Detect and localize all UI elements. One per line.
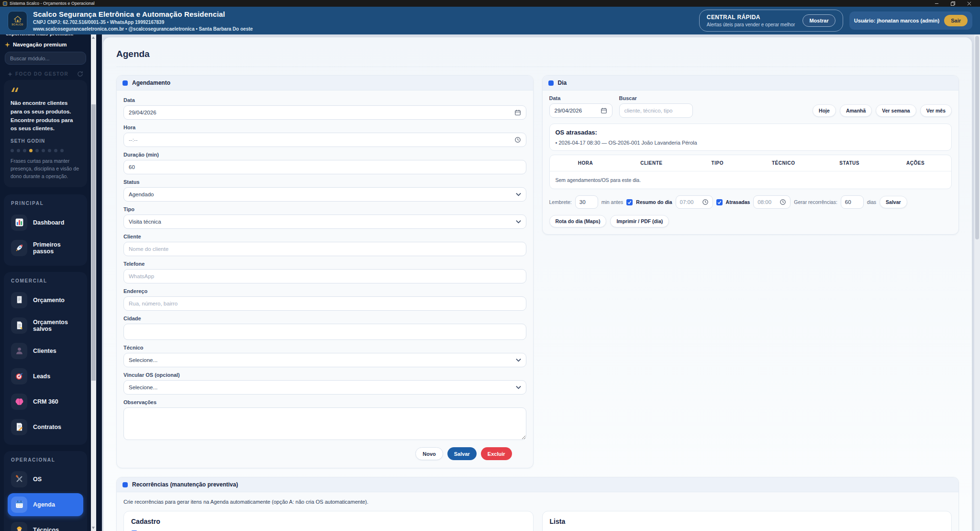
novo-button[interactable]: Novo <box>415 447 443 460</box>
calendar-small-icon[interactable] <box>601 107 607 114</box>
lembrete-minutes-suffix: min antes <box>601 199 624 205</box>
endereco-input[interactable] <box>129 301 521 306</box>
carousel-dot[interactable] <box>54 149 57 152</box>
rota-do-dia-button[interactable]: Rota do dia (Maps) <box>549 215 607 227</box>
sidebar-scrollbar-thumb[interactable] <box>91 104 96 381</box>
cadastro-card: Cadastro Ativa <box>123 511 534 531</box>
cidade-input[interactable] <box>129 329 521 335</box>
sidebar-item-tecnicos[interactable]: Técnicos <box>8 519 83 531</box>
resumo-do-dia-checkbox[interactable] <box>626 199 633 205</box>
imprimir-pdf-button[interactable]: Imprimir / PDF (dia) <box>610 215 669 227</box>
hora-field[interactable] <box>123 133 526 147</box>
sidebar-item-orcamentos-salvos[interactable]: Orçamentos salvos <box>8 314 83 337</box>
column-header-cliente: CLIENTE <box>618 160 684 166</box>
gerar-recorrencias-field[interactable] <box>841 195 864 209</box>
duracao-input[interactable] <box>129 164 521 170</box>
clock-icon[interactable] <box>780 199 786 205</box>
dia-buscar-field[interactable] <box>619 103 693 118</box>
main-area: Agenda Agendamento Data <box>96 34 974 531</box>
tipo-select[interactable]: Visita técnica <box>123 215 526 229</box>
observacoes-textarea[interactable] <box>123 407 526 440</box>
amanha-button[interactable]: Amanhã <box>840 104 872 117</box>
resumo-time-input[interactable] <box>680 199 700 205</box>
gerar-recorrencias-input[interactable] <box>845 199 859 205</box>
cidade-field[interactable] <box>123 324 526 340</box>
atrasadas-time-input[interactable] <box>757 199 777 205</box>
sidebar-item-dashboard[interactable]: Dashboard <box>8 211 83 234</box>
tecnico-select[interactable]: Selecione... <box>123 353 526 367</box>
lembrete-minutes-field[interactable] <box>575 195 598 209</box>
hora-input[interactable] <box>129 137 511 143</box>
carousel-dot-active[interactable] <box>29 149 33 152</box>
vincular-os-select[interactable]: Selecione... <box>123 380 526 395</box>
carousel-dot[interactable] <box>11 149 14 152</box>
dia-buscar-col: Buscar <box>619 90 693 118</box>
refresh-icon[interactable] <box>77 71 83 77</box>
hoje-button[interactable]: Hoje <box>813 104 836 117</box>
atrasadas-time-field[interactable] <box>753 195 791 209</box>
main-scrollbar[interactable] <box>974 34 980 531</box>
restore-button[interactable] <box>945 0 961 7</box>
sidebar-item-label: Agenda <box>33 501 55 508</box>
sidebar-item-agenda-active[interactable]: Agenda <box>8 493 83 516</box>
ver-semana-button[interactable]: Ver semana <box>876 104 916 117</box>
carousel-dot[interactable] <box>60 149 64 152</box>
company-logo: SCALCO <box>8 11 27 31</box>
logout-button[interactable]: Sair <box>944 15 968 26</box>
tipo-select-value: Visita técnica <box>129 219 161 225</box>
data-field[interactable] <box>123 105 526 120</box>
scrollbar-up-arrow[interactable] <box>92 36 95 39</box>
cliente-field[interactable] <box>123 242 526 256</box>
dia-data-input[interactable] <box>555 108 597 113</box>
telefone-input[interactable] <box>129 273 521 279</box>
close-button[interactable] <box>961 0 977 7</box>
data-input[interactable] <box>129 110 511 115</box>
dia-data-field[interactable] <box>549 103 612 118</box>
lembrete-minutes-input[interactable] <box>579 199 594 205</box>
section-label: OPERACIONAL <box>11 457 83 463</box>
lembrete-salvar-button[interactable]: Salvar <box>880 196 907 208</box>
sidebar-item-orcamento[interactable]: Orçamento <box>8 289 83 312</box>
resumo-time-field[interactable] <box>676 195 713 209</box>
excluir-button[interactable]: Excluir <box>481 447 512 460</box>
sidebar-item-primeiros-passos[interactable]: Primeiros passos <box>8 237 83 260</box>
sidebar-item-leads[interactable]: Leads <box>8 365 83 388</box>
duracao-field[interactable] <box>123 160 526 174</box>
dia-buscar-input[interactable] <box>624 108 688 113</box>
cliente-input[interactable] <box>129 246 521 252</box>
clock-icon[interactable] <box>514 136 521 143</box>
quote-author: SETH GODIN <box>11 138 80 144</box>
scrollbar-down-arrow[interactable] <box>92 527 95 529</box>
mostrar-button[interactable]: Mostrar <box>802 14 835 27</box>
status-select[interactable]: Agendado <box>123 187 526 202</box>
atrasadas-checkbox[interactable] <box>716 199 723 205</box>
company-cnpj-line: CNPJ CNPJ: 62.702.516/0001-35 • WhatsApp… <box>33 20 253 25</box>
carousel-dot[interactable] <box>42 149 45 152</box>
carousel-dot[interactable] <box>17 149 20 152</box>
module-search[interactable] <box>5 52 86 65</box>
chevron-down-icon <box>516 385 521 389</box>
module-search-input[interactable] <box>10 56 81 61</box>
salvar-button[interactable]: Salvar <box>447 447 477 460</box>
telefone-field[interactable] <box>123 269 526 283</box>
sidebar-item-clientes[interactable]: Clientes <box>8 339 83 362</box>
clock-icon[interactable] <box>702 199 709 205</box>
sidebar-item-crm-360[interactable]: CRM 360 <box>8 390 83 413</box>
lista-card: Lista Buscar <box>542 511 952 531</box>
chevron-down-icon <box>516 192 521 196</box>
calendar-small-icon[interactable] <box>514 109 521 116</box>
sidebar: experiência mais premium. Navegação prem… <box>0 34 96 531</box>
sidebar-item-contratos[interactable]: Contratos <box>8 416 83 439</box>
sidebar-item-os[interactable]: OS <box>8 468 83 491</box>
brain-icon <box>11 394 27 410</box>
carousel-dot[interactable] <box>35 149 39 152</box>
carousel-dot[interactable] <box>48 149 51 152</box>
recorrencias-panel: Recorrências (manutenção preventiva) Cri… <box>116 477 959 531</box>
endereco-field[interactable] <box>123 296 526 311</box>
carousel-dot[interactable] <box>23 149 26 152</box>
sidebar-scrollbar[interactable] <box>91 34 96 531</box>
main-scrollbar-thumb[interactable] <box>975 36 979 239</box>
minimize-button[interactable] <box>928 0 945 7</box>
contract-icon <box>11 419 27 435</box>
ver-mes-button[interactable]: Ver mês <box>920 104 952 117</box>
